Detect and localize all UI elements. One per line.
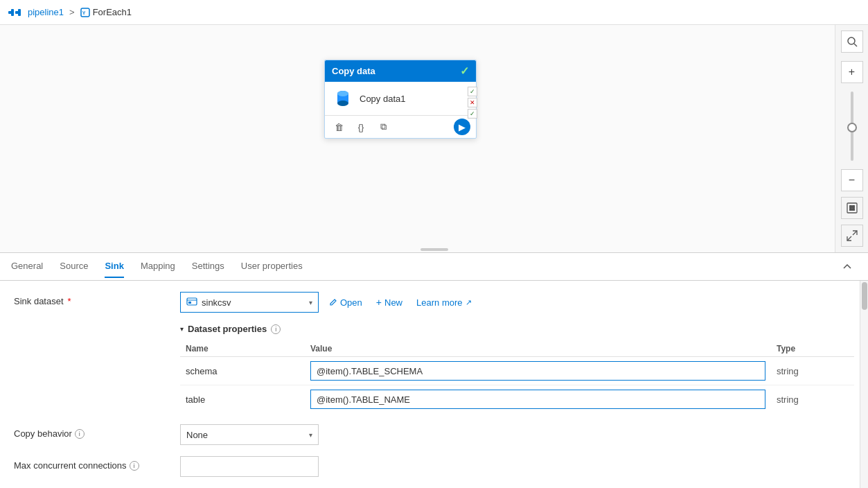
table-value-input[interactable] (310, 390, 765, 409)
dataset-properties-section: ▾ Dataset properties i Name Value Type s… (180, 324, 854, 413)
copy-data-icon (332, 87, 354, 110)
max-concurrent-control (180, 456, 854, 477)
table-row: table string (180, 385, 854, 414)
search-button[interactable] (841, 31, 863, 53)
copy-behavior-arrow: ▾ (309, 431, 312, 439)
max-concurrent-row: Max concurrent connections i (14, 456, 854, 477)
copy-behavior-row: Copy behavior i None ▾ (14, 424, 854, 445)
svg-line-11 (854, 44, 857, 46)
activity-name: Copy data1 (360, 94, 406, 104)
bottom-panel: General Source Sink Mapping Settings Use… (0, 252, 868, 488)
zoom-track (851, 92, 853, 161)
svg-rect-13 (849, 205, 852, 208)
resize-handle[interactable] (414, 247, 455, 252)
new-button[interactable]: + New (372, 294, 407, 311)
panel-content: Sink dataset * sinkcsv ▾ (0, 281, 868, 488)
plus-icon: + (376, 297, 382, 308)
svg-rect-2 (11, 9, 14, 16)
copy-behavior-info-icon: i (75, 429, 85, 439)
collapse-panel-button[interactable] (838, 257, 857, 277)
svg-rect-19 (188, 302, 191, 304)
clone-button[interactable]: ⧉ (375, 119, 391, 135)
panel-scrollbar[interactable] (860, 281, 868, 488)
dataset-props-header: ▾ Dataset properties i (180, 324, 854, 334)
props-table: Name Value Type schema string table (180, 341, 854, 413)
status-dot-1: ✓ (468, 87, 477, 96)
foreach-icon: ∀ (80, 8, 90, 17)
svg-rect-12 (847, 203, 857, 213)
resize-bar (420, 248, 448, 251)
svg-rect-3 (18, 9, 21, 16)
activity-card-header: Copy data ✓ (325, 60, 476, 82)
prop-name-schema: schema (180, 357, 305, 385)
sink-dataset-dropdown[interactable]: sinkcsv ▾ (180, 292, 319, 313)
svg-rect-15 (849, 208, 852, 211)
sink-dataset-row: Sink dataset * sinkcsv ▾ (14, 292, 854, 313)
breadcrumb-bar: pipeline1 > ∀ ForEach1 (0, 0, 868, 25)
tab-general[interactable]: General (11, 255, 43, 278)
svg-rect-16 (852, 208, 855, 211)
navigate-button[interactable]: ▶ (454, 119, 470, 135)
svg-point-8 (337, 101, 348, 106)
col-header-value: Value (305, 341, 771, 357)
external-link-icon: ↗ (466, 298, 472, 307)
activity-status-dots: ✓ ✕ ✓ (468, 87, 477, 119)
props-info-icon: i (271, 324, 281, 334)
activity-check-icon: ✓ (460, 64, 469, 78)
copy-behavior-control: None ▾ (180, 424, 854, 445)
prop-type-table: string (771, 385, 854, 414)
col-header-name: Name (180, 341, 305, 357)
max-concurrent-info-icon: i (130, 461, 139, 471)
schema-value-input[interactable] (310, 361, 765, 381)
breadcrumb-separator: > (69, 7, 75, 17)
tab-mapping[interactable]: Mapping (141, 255, 175, 278)
required-indicator: * (68, 296, 71, 306)
table-row: schema string (180, 357, 854, 385)
dataset-dd-icon (186, 296, 197, 309)
open-button[interactable]: Open (324, 295, 366, 311)
canvas-area: Copy data ✓ Copy data1 ✓ ✕ ✓ 🗑 (0, 25, 868, 252)
svg-rect-17 (187, 298, 197, 305)
prop-value-schema (305, 357, 771, 385)
breadcrumb-pipeline[interactable]: pipeline1 (28, 7, 64, 17)
tab-user-properties[interactable]: User properties (241, 255, 303, 278)
sink-dataset-label: Sink dataset * (14, 292, 180, 306)
sink-dataset-controls: sinkcsv ▾ Open + New Learn more (180, 292, 854, 313)
zoom-controls: + − (835, 25, 868, 252)
status-dot-3: ✓ (468, 109, 477, 119)
collapse-props-icon[interactable]: ▾ (180, 325, 184, 333)
svg-point-10 (848, 37, 855, 44)
fit-screen-button[interactable] (841, 197, 863, 219)
tab-sink[interactable]: Sink (105, 255, 123, 278)
delete-button[interactable]: 🗑 (330, 119, 347, 135)
scrollbar-thumb[interactable] (862, 282, 867, 310)
zoom-in-button[interactable]: + (841, 61, 863, 83)
svg-text:∀: ∀ (82, 10, 86, 16)
copy-behavior-label: Copy behavior i (14, 424, 180, 439)
breadcrumb-foreach: ∀ ForEach1 (80, 7, 132, 17)
prop-type-schema: string (771, 357, 854, 385)
zoom-thumb[interactable] (847, 123, 857, 132)
zoom-out-button[interactable]: − (841, 169, 863, 191)
copy-behavior-dropdown[interactable]: None ▾ (180, 424, 319, 445)
tab-source[interactable]: Source (60, 255, 88, 278)
activity-card-body: Copy data1 ✓ ✕ ✓ (325, 82, 476, 115)
max-concurrent-label: Max concurrent connections i (14, 456, 180, 471)
copy-behavior-value: None (186, 430, 305, 440)
edit-icon (328, 298, 337, 307)
zoom-slider[interactable] (851, 86, 853, 166)
tabs-bar: General Source Sink Mapping Settings Use… (0, 253, 868, 281)
learn-more-button[interactable]: Learn more ↗ (412, 295, 475, 311)
prop-name-table: table (180, 385, 305, 414)
activity-card-title: Copy data (332, 66, 375, 76)
svg-point-9 (337, 91, 348, 96)
svg-rect-14 (852, 205, 855, 208)
view-button[interactable] (841, 225, 863, 247)
status-dot-2: ✕ (468, 98, 477, 107)
tab-settings[interactable]: Settings (192, 255, 224, 278)
col-header-type: Type (771, 341, 854, 357)
activity-card: Copy data ✓ Copy data1 ✓ ✕ ✓ 🗑 (324, 60, 477, 139)
code-button[interactable]: {} (353, 119, 369, 135)
dataset-dd-value: sinkcsv (202, 297, 305, 308)
max-concurrent-input[interactable] (180, 456, 319, 477)
